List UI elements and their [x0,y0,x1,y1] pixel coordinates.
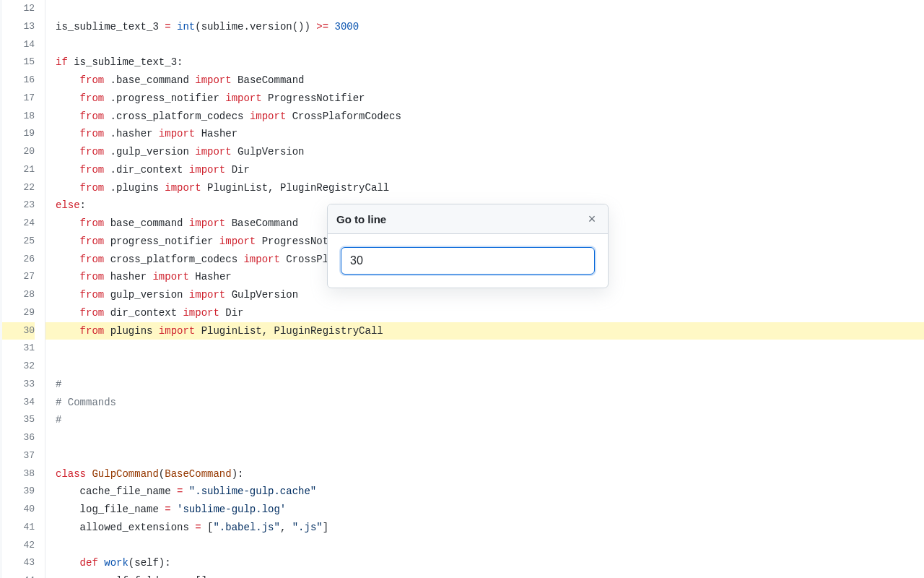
line-number[interactable]: 40 [2,501,35,519]
code-line[interactable]: if is_sublime_text_3: [56,53,924,72]
code-line[interactable]: # Commands [56,394,924,412]
code-line[interactable]: allowed_extensions = [".babel.js", ".js"… [56,519,924,537]
code-line[interactable]: log_file_name = 'sublime-gulp.log' [56,501,924,519]
goto-line-dialog: Go to line × [327,204,609,288]
line-number[interactable]: 24 [2,215,35,233]
line-number[interactable]: 19 [2,125,35,143]
code-line[interactable] [56,537,924,555]
dialog-title: Go to line [336,213,386,225]
line-number[interactable]: 26 [2,251,35,269]
line-number[interactable]: 21 [2,161,35,179]
code-line[interactable]: from .gulp_version import GulpVersion [56,143,924,161]
code-line[interactable]: # [56,411,924,429]
line-number[interactable]: 31 [2,340,35,358]
line-number[interactable]: 34 [2,394,35,412]
close-icon[interactable]: × [585,212,599,226]
line-number[interactable]: 32 [2,358,35,376]
code-line[interactable] [56,429,924,447]
line-number[interactable]: 37 [2,447,35,465]
code-line[interactable]: from plugins import PluginList, PluginRe… [45,322,924,340]
code-line[interactable]: from gulp_version import GulpVersion [56,286,924,304]
code-line[interactable] [56,0,924,18]
line-number[interactable]: 44 [2,572,35,578]
code-line[interactable]: is_sublime_text_3 = int(sublime.version(… [56,18,924,36]
line-number[interactable]: 38 [2,465,35,483]
code-line[interactable]: from .dir_context import Dir [56,161,924,179]
line-number[interactable]: 39 [2,483,35,501]
code-line[interactable]: self.folders = [] [56,572,924,578]
line-number[interactable]: 27 [2,268,35,286]
line-number[interactable]: 25 [2,233,35,251]
line-number[interactable]: 17 [2,90,35,108]
line-number[interactable]: 41 [2,519,35,537]
line-number[interactable]: 35 [2,411,35,429]
code-line[interactable]: from dir_context import Dir [56,304,924,322]
line-number[interactable]: 12 [2,0,35,18]
line-number[interactable]: 15 [2,53,35,72]
line-number[interactable]: 28 [2,286,35,304]
code-line[interactable] [56,36,924,54]
code-line[interactable]: from .hasher import Hasher [56,125,924,143]
line-number[interactable]: 29 [2,304,35,322]
line-number[interactable]: 13 [2,18,35,36]
code-line[interactable] [56,340,924,358]
code-area[interactable]: is_sublime_text_3 = int(sublime.version(… [45,0,924,578]
line-number[interactable]: 30 [2,322,35,340]
line-number[interactable]: 23 [2,197,35,215]
line-number[interactable]: 43 [2,554,35,572]
code-line[interactable]: class GulpCommand(BaseCommand): [56,465,924,483]
code-line[interactable]: # [56,376,924,394]
line-number[interactable]: 22 [2,179,35,197]
code-line[interactable] [56,447,924,465]
code-line[interactable] [56,358,924,376]
line-number[interactable]: 16 [2,72,35,90]
code-line[interactable]: from .progress_notifier import ProgressN… [56,90,924,108]
line-number[interactable]: 36 [2,429,35,447]
line-number[interactable]: 20 [2,143,35,161]
goto-line-input[interactable] [341,247,595,275]
code-line[interactable]: from .base_command import BaseCommand [56,72,924,90]
dialog-body [328,234,608,288]
code-line[interactable]: from .cross_platform_codecs import Cross… [56,108,924,126]
code-line[interactable]: from .plugins import PluginList, PluginR… [56,179,924,197]
dialog-header: Go to line × [328,204,608,234]
line-number[interactable]: 18 [2,108,35,126]
line-number[interactable]: 14 [2,36,35,54]
line-number-gutter: 1213141516171819202122232425262728293031… [2,0,45,578]
code-line[interactable]: cache_file_name = ".sublime-gulp.cache" [56,483,924,501]
line-number[interactable]: 42 [2,537,35,555]
line-number[interactable]: 33 [2,376,35,394]
code-editor: 1213141516171819202122232425262728293031… [0,0,924,578]
code-line[interactable]: def work(self): [56,554,924,572]
